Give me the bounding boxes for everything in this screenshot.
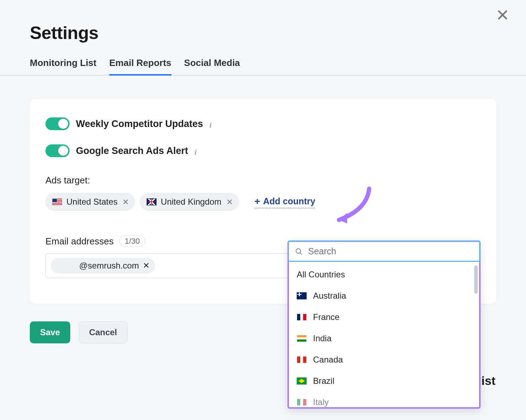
remove-chip-button[interactable] (122, 198, 130, 206)
country-dropdown-list[interactable]: All Countries Australia France India Can… (289, 262, 479, 407)
flag-au-icon (297, 292, 307, 299)
country-search-input[interactable] (308, 246, 473, 256)
close-icon (496, 9, 509, 21)
country-chip-gb: United Kingdom (140, 193, 239, 211)
flag-fr-icon (297, 314, 307, 321)
country-option-au[interactable]: Australia (289, 285, 479, 306)
country-option-label: France (313, 312, 340, 322)
country-dropdown: All Countries Australia France India Can… (287, 241, 481, 409)
scrollbar-thumb[interactable] (474, 265, 478, 294)
close-icon (143, 262, 149, 269)
info-icon[interactable]: i (209, 121, 216, 127)
weekly-updates-toggle[interactable] (45, 117, 70, 130)
tabs: Monitoring List Email Reports Social Med… (0, 53, 526, 76)
flag-us-icon (52, 198, 62, 205)
country-search-box[interactable] (288, 241, 480, 262)
close-icon (122, 199, 129, 205)
country-chip-label: United Kingdom (161, 197, 221, 207)
tab-email-reports[interactable]: Email Reports (109, 53, 171, 76)
ads-alert-label: Google Search Ads Alert (76, 145, 188, 156)
email-addresses-label: Email addresses (45, 236, 114, 247)
country-option-ca[interactable]: Canada (289, 349, 479, 370)
toggle-row-ads: Google Search Ads Alert i (45, 144, 481, 157)
country-chip-label: United States (66, 197, 117, 207)
toggle-row-weekly: Weekly Competitor Updates i (45, 117, 481, 130)
flag-in-icon (297, 335, 307, 342)
flag-it-icon (297, 399, 307, 406)
background-text: list (478, 374, 495, 388)
tab-social-media[interactable]: Social Media (184, 53, 240, 76)
email-counter-badge: 1/30 (119, 236, 145, 247)
ads-target-chips: United States United Kingdom + Add count… (45, 193, 481, 211)
cancel-button[interactable]: Cancel (79, 321, 127, 343)
country-option-it[interactable]: Italy (289, 392, 479, 407)
close-icon (226, 199, 233, 205)
country-option-label: All Countries (297, 270, 345, 280)
page-title: Settings (0, 0, 526, 53)
flag-ca-icon (297, 356, 307, 363)
country-option-label: Canada (313, 355, 343, 365)
info-icon[interactable]: i (194, 148, 201, 154)
ads-target-label: Ads target: (45, 175, 481, 186)
add-country-label: Add country (263, 196, 315, 206)
plus-icon: + (254, 196, 260, 207)
country-option-in[interactable]: India (289, 328, 479, 349)
ads-alert-toggle[interactable] (45, 144, 70, 157)
country-option-fr[interactable]: France (289, 306, 479, 328)
weekly-updates-label: Weekly Competitor Updates (76, 118, 203, 129)
remove-chip-button[interactable] (226, 198, 234, 206)
country-option-label: Australia (313, 291, 346, 301)
country-option-label: Italy (313, 397, 329, 407)
search-icon (295, 247, 303, 256)
flag-br-icon (297, 377, 307, 385)
email-chip-label: @semrush.com (79, 261, 139, 271)
country-option-label: India (313, 333, 332, 343)
tab-monitoring-list[interactable]: Monitoring List (30, 53, 97, 76)
add-country-link[interactable]: + Add country (254, 196, 316, 208)
country-chip-us: United States (45, 193, 135, 211)
close-button[interactable] (496, 9, 513, 26)
remove-chip-button[interactable] (143, 261, 149, 271)
flag-gb-icon (147, 198, 157, 205)
email-chip: @semrush.com (51, 258, 155, 273)
country-option-label: Brazil (313, 376, 334, 386)
country-option-br[interactable]: Brazil (289, 370, 479, 392)
country-option-all[interactable]: All Countries (289, 264, 479, 285)
svg-line-9 (300, 253, 302, 254)
save-button[interactable]: Save (30, 321, 70, 343)
